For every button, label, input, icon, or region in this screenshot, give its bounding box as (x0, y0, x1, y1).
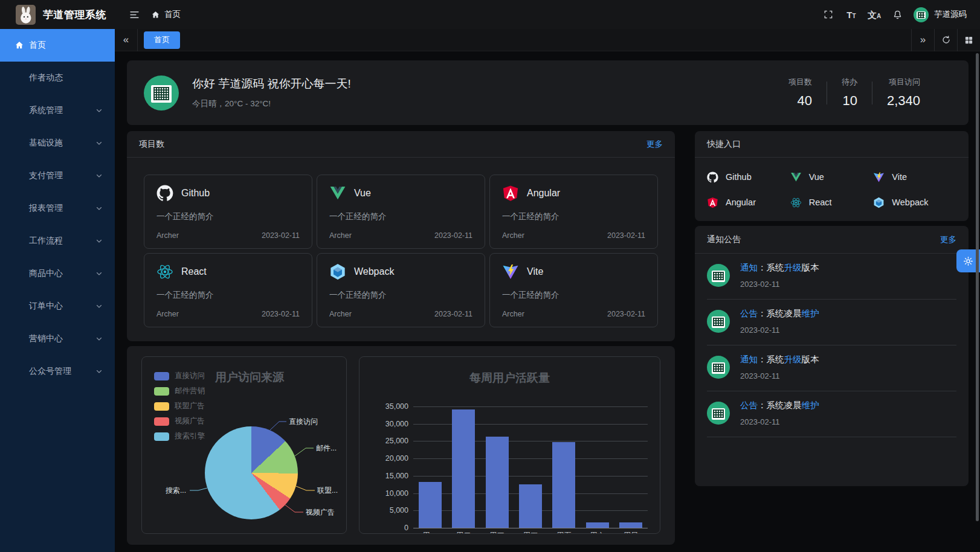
main-content: 你好 芋道源码 祝你开心每一天! 今日晴，20°C - 32°C! 项目数40待… (115, 51, 980, 552)
react-icon (790, 197, 802, 208)
font-size-icon[interactable]: TT (840, 0, 863, 29)
notice-item[interactable]: 通知：系统升级版本2023-02-11 (707, 254, 956, 300)
webpack-icon (873, 197, 885, 208)
locale-icon[interactable]: 文A (863, 0, 886, 29)
app-logo (16, 5, 36, 25)
shortcut-Webpack[interactable]: Webpack (873, 192, 956, 213)
greeting-subtitle: 今日晴，20°C - 32°C! (192, 98, 351, 109)
shortcut-Vue[interactable]: Vue (790, 167, 874, 187)
notices-more-link[interactable]: 更多 (940, 234, 956, 245)
projects-more-link[interactable]: 更多 (646, 139, 663, 150)
x-axis-tick-label: 周六 (584, 531, 611, 534)
shortcut-Github[interactable]: Github (707, 167, 790, 187)
project-date: 2023-02-11 (607, 310, 645, 318)
scrollbar-thumb[interactable] (976, 53, 979, 521)
stat-项目访问: 项目访问2,340 (872, 77, 935, 109)
project-date: 2023-02-11 (434, 231, 472, 240)
project-card-Angular[interactable]: Angular一个正经的简介Archer2023-02-11 (489, 175, 658, 249)
sidebar-item-label: 系统管理 (29, 105, 63, 116)
sidebar-item-基础设施[interactable]: 基础设施 (0, 127, 115, 159)
tab-home[interactable]: 首页 (144, 31, 180, 49)
chevron-down-icon (95, 205, 103, 212)
notice-title: 通知：系统升级版本 (740, 354, 819, 365)
notice-date: 2023-02-11 (740, 371, 819, 380)
notice-link[interactable]: 公告 (740, 309, 758, 318)
menu-fold-icon[interactable] (127, 7, 141, 22)
project-description: 一个正经的简介 (502, 290, 645, 301)
vite-icon (502, 263, 519, 280)
notice-link[interactable]: 维护 (802, 309, 819, 318)
project-card-Webpack[interactable]: Webpack一个正经的简介Archer2023-02-11 (317, 253, 485, 327)
username[interactable]: 芋道源码 (934, 9, 967, 20)
notice-link[interactable]: 通知 (740, 263, 758, 272)
stat-value: 2,340 (887, 93, 920, 109)
sidebar-item-label: 基础设施 (29, 138, 63, 149)
project-date: 2023-02-11 (262, 231, 300, 240)
x-axis-tick-label: 周四 (517, 531, 544, 534)
bar-chart-title: 每周用户活跃量 (359, 370, 660, 386)
notice-link[interactable]: 维护 (802, 400, 819, 410)
fullscreen-icon[interactable] (817, 0, 840, 29)
shortcuts-card: 快捷入口 GithubVueViteAngularReactWebpack (695, 131, 969, 221)
shortcut-React[interactable]: React (790, 192, 874, 213)
layout-grid-icon[interactable] (957, 29, 980, 51)
sidebar-item-商品中心[interactable]: 商品中心 (0, 257, 115, 290)
sidebar-item-公众号管理[interactable]: 公众号管理 (0, 355, 115, 388)
bar-series (413, 406, 648, 528)
project-name-row: Vite (502, 263, 645, 280)
notice-link[interactable]: 升级 (784, 263, 802, 272)
chevron-down-icon (95, 172, 103, 179)
tabs-scroll-right-icon[interactable]: » (911, 29, 934, 51)
notices-list: 通知：系统升级版本2023-02-11公告：系统凌晨维护2023-02-11通知… (695, 254, 969, 437)
notification-icon[interactable] (886, 0, 909, 29)
sidebar-item-订单中心[interactable]: 订单中心 (0, 290, 115, 323)
notice-item[interactable]: 公告：系统凌晨维护2023-02-11 (707, 391, 956, 437)
shortcut-label: Webpack (892, 197, 928, 207)
sidebar-item-报表管理[interactable]: 报表管理 (0, 192, 115, 225)
tab-label: 首页 (154, 34, 170, 45)
project-card-Vite[interactable]: Vite一个正经的简介Archer2023-02-11 (489, 253, 658, 327)
notice-link[interactable]: 升级 (784, 355, 802, 364)
y-axis-tick-label: 20,000 (359, 454, 408, 463)
refresh-icon[interactable] (934, 29, 957, 51)
notice-link[interactable]: 通知 (740, 355, 758, 364)
y-axis-tick-label: 0 (359, 524, 408, 532)
sidebar-item-营销中心[interactable]: 营销中心 (0, 323, 115, 355)
tabs-scroll-left-icon[interactable]: « (115, 29, 138, 51)
sidebar-item-系统管理[interactable]: 系统管理 (0, 94, 115, 127)
notice-body: 通知：系统升级版本2023-02-11 (740, 354, 819, 380)
app-title: 芋道管理系统 (43, 8, 106, 22)
project-name-row: Github (156, 185, 300, 202)
sidebar-item-首页[interactable]: 首页 (0, 29, 115, 62)
stat-项目数: 项目数40 (774, 77, 827, 109)
right-column: 快捷入口 GithubVueViteAngularReactWebpack 通知… (695, 131, 969, 545)
shortcut-Vite[interactable]: Vite (873, 167, 956, 187)
notice-body: 公告：系统凌晨维护2023-02-11 (740, 400, 819, 426)
project-card-React[interactable]: React一个正经的简介Archer2023-02-11 (144, 253, 312, 327)
project-card-Github[interactable]: Github一个正经的简介Archer2023-02-11 (144, 175, 312, 249)
top-navbar: 芋道管理系统 首页 TT 文A 芋道源码 (0, 0, 980, 29)
user-avatar[interactable] (914, 7, 929, 22)
notices-card: 通知公告 更多 通知：系统升级版本2023-02-11公告：系统凌晨维护2023… (695, 226, 969, 486)
gear-icon (963, 256, 973, 266)
stat-value: 40 (788, 93, 812, 109)
breadcrumb[interactable]: 首页 (151, 9, 181, 20)
home-icon (151, 10, 160, 19)
project-author: Archer (329, 231, 352, 240)
stat-value: 10 (842, 93, 857, 109)
notice-text: 版本 (802, 355, 819, 364)
notice-link[interactable]: 公告 (740, 400, 758, 410)
notice-item[interactable]: 通知：系统升级版本2023-02-11 (707, 345, 956, 391)
tab-strip: « 首页 » (115, 29, 980, 51)
sidebar-item-支付管理[interactable]: 支付管理 (0, 159, 115, 192)
project-card-Vue[interactable]: Vue一个正经的简介Archer2023-02-11 (317, 175, 485, 249)
notice-text: 系统 (767, 355, 784, 364)
notice-avatar (707, 264, 730, 287)
sidebar-item-工作流程[interactable]: 工作流程 (0, 225, 115, 257)
sidebar: 首页作者动态系统管理基础设施支付管理报表管理工作流程商品中心订单中心营销中心公众… (0, 29, 115, 552)
notice-item[interactable]: 公告：系统凌晨维护2023-02-11 (707, 300, 956, 345)
navbar-actions: TT 文A 芋道源码 (817, 0, 980, 29)
charts-card: 用户访问来源 直接访问邮件营销联盟广告视频广告搜索引擎 直接访问邮件...联盟.… (127, 346, 675, 545)
shortcut-Angular[interactable]: Angular (707, 192, 790, 213)
sidebar-item-作者动态[interactable]: 作者动态 (0, 62, 115, 94)
